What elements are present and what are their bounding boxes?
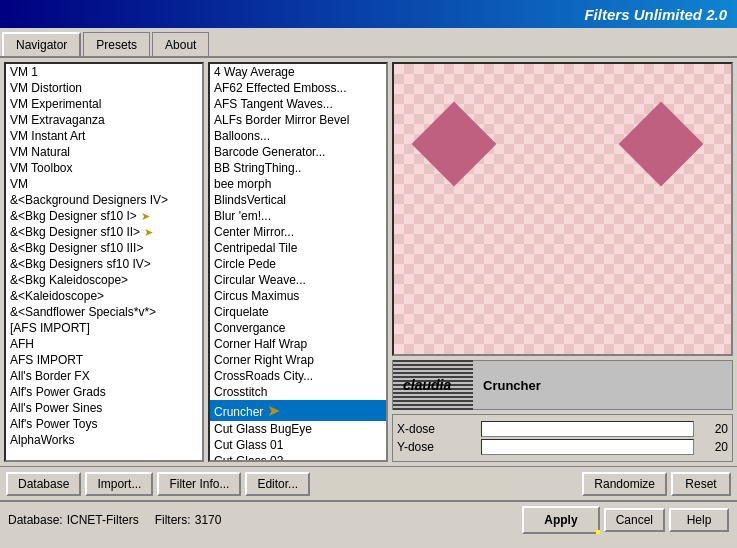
help-button[interactable]: Help <box>669 508 729 532</box>
bottom-toolbar: Database Import... Filter Info... Editor… <box>0 466 737 500</box>
middle-panel-item[interactable]: CrossRoads City... <box>210 368 386 384</box>
middle-panel-item-label: AFS Tangent Waves... <box>214 97 333 111</box>
middle-panel-item[interactable]: Blur 'em!... <box>210 208 386 224</box>
left-panel-item[interactable]: &<Bkg Designer sf10 II> ➤ <box>6 224 202 240</box>
middle-panel-item-label: Cruncher <box>214 405 263 419</box>
preview-canvas <box>394 64 731 354</box>
left-panel-item[interactable]: VM Natural <box>6 144 202 160</box>
middle-panel-item-label: Corner Half Wrap <box>214 337 307 351</box>
claudia-logo: claudia <box>403 377 451 393</box>
tab-about[interactable]: About <box>152 32 209 56</box>
left-panel-item[interactable]: VM 1 <box>6 64 202 80</box>
left-panel-item[interactable]: &<Bkg Kaleidoscope> <box>6 272 202 288</box>
middle-panel-item[interactable]: Circus Maximus <box>210 288 386 304</box>
middle-panel-item-label: Convergance <box>214 321 285 335</box>
left-panel-item[interactable]: [AFS IMPORT] <box>6 320 202 336</box>
left-panel-item[interactable]: Alf's Power Toys <box>6 416 202 432</box>
reset-button[interactable]: Reset <box>671 472 731 496</box>
middle-panel-item[interactable]: Convergance <box>210 320 386 336</box>
left-panel-list[interactable]: VM 1VM DistortionVM ExperimentalVM Extra… <box>6 64 202 448</box>
middle-panel-item[interactable]: Cut Glass 01 <box>210 437 386 453</box>
middle-panel-item[interactable]: Corner Half Wrap <box>210 336 386 352</box>
arrow-icon: ➤ <box>144 226 153 239</box>
left-panel-item-label: VM 1 <box>10 65 38 79</box>
middle-panel-item-label: 4 Way Average <box>214 65 295 79</box>
arrow-icon: ➤ <box>141 210 150 223</box>
randomize-button[interactable]: Randomize <box>582 472 667 496</box>
left-panel-item[interactable]: VM Instant Art <box>6 128 202 144</box>
left-panel-item-label: VM Natural <box>10 145 70 159</box>
left-panel-item[interactable]: AlphaWorks <box>6 432 202 448</box>
middle-panel-item[interactable]: Circle Pede <box>210 256 386 272</box>
left-panel-item[interactable]: &<Bkg Designer sf10 I> ➤ <box>6 208 202 224</box>
middle-panel-item[interactable]: BlindsVertical <box>210 192 386 208</box>
left-panel-item[interactable]: AFH <box>6 336 202 352</box>
claudia-area: claudia Cruncher <box>392 360 733 410</box>
middle-panel-item-label: Circus Maximus <box>214 289 299 303</box>
left-panel-item[interactable]: &<Kaleidoscope> <box>6 288 202 304</box>
middle-panel-item[interactable]: Cirquelate <box>210 304 386 320</box>
middle-panel-item-label: Corner Right Wrap <box>214 353 314 367</box>
left-panel-item[interactable]: All's Border FX <box>6 368 202 384</box>
xdose-label: X-dose <box>397 422 477 436</box>
left-panel-item-label: Alf's Power Grads <box>10 385 106 399</box>
middle-panel-item-label: BB StringThing.. <box>214 161 301 175</box>
middle-panel-item-label: Blur 'em!... <box>214 209 271 223</box>
left-panel-item[interactable]: &<Bkg Designer sf10 III> <box>6 240 202 256</box>
middle-panel-item[interactable]: Circular Weave... <box>210 272 386 288</box>
import-button[interactable]: Import... <box>85 472 153 496</box>
middle-panel-list[interactable]: 4 Way AverageAF62 Effected Emboss...AFS … <box>210 64 386 462</box>
middle-panel-item[interactable]: ALFs Border Mirror Bevel <box>210 112 386 128</box>
left-panel-item-label: All's Power Sines <box>10 401 102 415</box>
left-panel[interactable]: VM 1VM DistortionVM ExperimentalVM Extra… <box>4 62 204 462</box>
left-panel-item[interactable]: VM <box>6 176 202 192</box>
middle-panel-item[interactable]: Cut Glass 02 <box>210 453 386 462</box>
database-button[interactable]: Database <box>6 472 81 496</box>
middle-panel-item[interactable]: Crosstitch <box>210 384 386 400</box>
left-panel-item[interactable]: AFS IMPORT <box>6 352 202 368</box>
filter-info-button[interactable]: Filter Info... <box>157 472 241 496</box>
left-panel-item-label: All's Border FX <box>10 369 90 383</box>
right-panel: claudia Cruncher X-dose 20 Y-dose 20 <box>392 62 733 462</box>
middle-panel-item[interactable]: Cruncher➤ <box>210 400 386 421</box>
apply-button[interactable]: Apply <box>522 506 599 534</box>
middle-panel-item[interactable]: AF62 Effected Emboss... <box>210 80 386 96</box>
left-panel-item[interactable]: VM Extravaganza <box>6 112 202 128</box>
middle-panel-item[interactable]: 4 Way Average <box>210 64 386 80</box>
middle-panel-item[interactable]: Center Mirror... <box>210 224 386 240</box>
middle-panel-item[interactable]: AFS Tangent Waves... <box>210 96 386 112</box>
ydose-label: Y-dose <box>397 440 477 454</box>
middle-panel-item-label: Circular Weave... <box>214 273 306 287</box>
filters-status-label: Filters: <box>155 513 191 527</box>
left-panel-item[interactable]: &<Background Designers IV> <box>6 192 202 208</box>
left-panel-item[interactable]: VM Toolbox <box>6 160 202 176</box>
left-panel-item-label: VM Distortion <box>10 81 82 95</box>
left-panel-item[interactable]: &<Bkg Designers sf10 IV> <box>6 256 202 272</box>
app-title: Filters Unlimited 2.0 <box>584 6 727 23</box>
left-panel-item[interactable]: VM Experimental <box>6 96 202 112</box>
middle-panel[interactable]: 4 Way AverageAF62 Effected Emboss...AFS … <box>208 62 388 462</box>
ydose-slider[interactable] <box>481 439 694 455</box>
filter-name-label: Cruncher <box>483 378 541 393</box>
left-panel-item[interactable]: Alf's Power Grads <box>6 384 202 400</box>
middle-panel-item[interactable]: Cut Glass BugEye <box>210 421 386 437</box>
middle-panel-item[interactable]: Corner Right Wrap <box>210 352 386 368</box>
preview-area <box>392 62 733 356</box>
filters-status: Filters: 3170 <box>155 513 222 527</box>
editor-button[interactable]: Editor... <box>245 472 310 496</box>
cancel-button[interactable]: Cancel <box>604 508 665 532</box>
left-panel-item[interactable]: &<Sandflower Specials*v*> <box>6 304 202 320</box>
ydose-value: 20 <box>698 440 728 454</box>
xdose-slider[interactable] <box>481 421 694 437</box>
left-panel-item[interactable]: All's Power Sines <box>6 400 202 416</box>
middle-panel-item[interactable]: bee morph <box>210 176 386 192</box>
middle-panel-item[interactable]: BB StringThing.. <box>210 160 386 176</box>
middle-panel-item[interactable]: Centripedal Tile <box>210 240 386 256</box>
middle-panel-item[interactable]: Balloons... <box>210 128 386 144</box>
preview-diamond-right <box>619 102 704 187</box>
left-panel-item-label: &<Bkg Kaleidoscope> <box>10 273 128 287</box>
middle-panel-item[interactable]: Barcode Generator... <box>210 144 386 160</box>
left-panel-item[interactable]: VM Distortion <box>6 80 202 96</box>
tab-presets[interactable]: Presets <box>83 32 150 56</box>
tab-navigator[interactable]: Navigator <box>2 32 81 56</box>
